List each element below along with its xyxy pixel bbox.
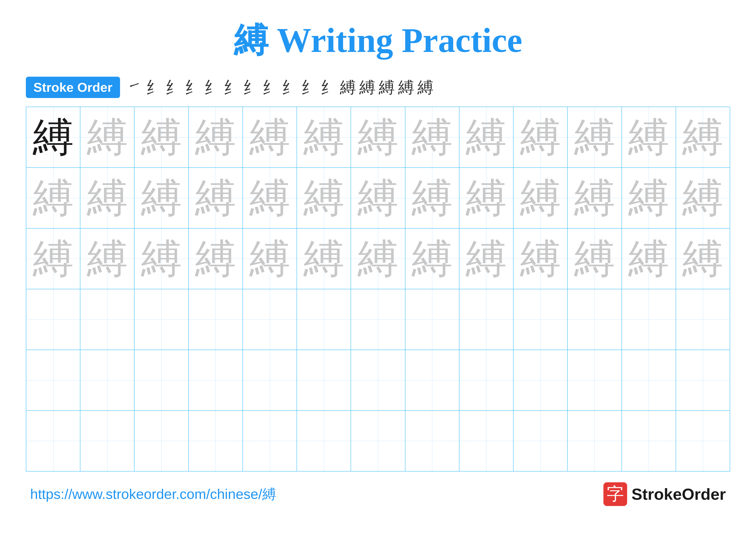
- grid-cell: [622, 350, 676, 410]
- grid-cell: 縛: [26, 229, 80, 289]
- grid-cell: [514, 289, 568, 350]
- grid-cell: [622, 411, 676, 471]
- grid-cell: 縛: [297, 229, 351, 289]
- grid-cell: [134, 350, 189, 410]
- practice-char: 縛: [141, 238, 182, 279]
- grid-cell: 縛: [568, 229, 622, 289]
- grid-cell: 縛: [514, 168, 568, 228]
- grid-cell: [405, 289, 459, 350]
- cell-v-line: [107, 411, 108, 471]
- grid-cell: [80, 411, 134, 471]
- grid-cell: [622, 289, 676, 350]
- page: 縛 Writing Practice Stroke Order ㇀纟纟纟纟纟纟纟…: [0, 0, 756, 534]
- cell-v-line: [161, 411, 162, 471]
- grid-cell: [80, 289, 134, 350]
- practice-char: 縛: [249, 177, 290, 218]
- stroke-step-0: ㇀: [126, 79, 143, 95]
- practice-char: 縛: [574, 117, 615, 158]
- grid-cell: [459, 411, 514, 471]
- stroke-step-1: 纟: [146, 79, 162, 95]
- grid-cell: 縛: [514, 107, 568, 167]
- grid-row-0: 縛縛縛縛縛縛縛縛縛縛縛縛縛: [26, 107, 730, 168]
- cell-v-line: [703, 289, 703, 350]
- cell-v-line: [540, 289, 541, 350]
- grid-cell: [243, 411, 297, 471]
- practice-char: 縛: [574, 177, 615, 218]
- grid-row-2: 縛縛縛縛縛縛縛縛縛縛縛縛縛: [26, 229, 730, 289]
- cell-v-line: [270, 289, 270, 350]
- practice-char: 縛: [304, 177, 344, 218]
- practice-char: 縛: [87, 177, 128, 218]
- grid-cell: [351, 350, 405, 410]
- stroke-step-6: 纟: [243, 79, 259, 95]
- practice-char: 縛: [195, 177, 236, 218]
- stroke-step-10: 纟: [320, 79, 337, 95]
- logo-icon: 字: [604, 482, 627, 506]
- grid-cell: [80, 350, 134, 410]
- footer-logo: 字 StrokeOrder: [604, 482, 726, 506]
- grid-cell: 縛: [297, 168, 351, 228]
- grid-cell: [134, 289, 189, 350]
- grid-cell: 縛: [514, 229, 568, 289]
- cell-v-line: [378, 289, 378, 350]
- grid-row-4: [26, 350, 730, 411]
- footer: https://www.strokeorder.com/chinese/縛 字 …: [26, 482, 730, 506]
- grid-cell: 縛: [243, 168, 297, 228]
- grid-cell: 縛: [676, 229, 730, 289]
- stroke-order-badge: Stroke Order: [26, 77, 120, 98]
- cell-v-line: [703, 411, 703, 471]
- grid-cell: [189, 411, 243, 471]
- grid-cell: 縛: [351, 229, 405, 289]
- page-title: 縛 Writing Practice: [234, 17, 523, 64]
- grid-cell: [568, 289, 622, 350]
- practice-char: 縛: [87, 238, 128, 279]
- grid-cell: 縛: [189, 229, 243, 289]
- cell-v-line: [432, 289, 432, 350]
- cell-v-line: [378, 411, 378, 471]
- grid-cell: 縛: [676, 107, 730, 167]
- grid-cell: 縛: [676, 168, 730, 228]
- grid-cell: [514, 350, 568, 410]
- grid-cell: 縛: [26, 168, 80, 228]
- stroke-step-3: 纟: [185, 79, 201, 95]
- practice-char: 縛: [520, 117, 561, 158]
- grid-cell: 縛: [80, 229, 134, 289]
- logo-text: StrokeOrder: [632, 485, 726, 503]
- grid-cell: 縛: [622, 229, 676, 289]
- cell-v-line: [649, 350, 649, 410]
- grid-cell: [26, 350, 80, 410]
- practice-char: 縛: [682, 238, 723, 279]
- grid-cell: [243, 289, 297, 350]
- grid-cell: [189, 289, 243, 350]
- grid-cell: 縛: [243, 229, 297, 289]
- grid-cell: [459, 350, 514, 410]
- practice-char: 縛: [33, 238, 74, 279]
- grid-cell: 縛: [189, 107, 243, 167]
- grid-cell: 縛: [134, 107, 189, 167]
- footer-url[interactable]: https://www.strokeorder.com/chinese/縛: [30, 485, 276, 504]
- grid-cell: [514, 411, 568, 471]
- practice-char: 縛: [304, 117, 344, 158]
- stroke-step-13: 縛: [379, 79, 395, 95]
- stroke-order-row: Stroke Order ㇀纟纟纟纟纟纟纟纟纟纟縛縛縛縛縛: [26, 77, 730, 98]
- grid-cell: [134, 411, 189, 471]
- grid-cell: [676, 289, 730, 350]
- grid-row-1: 縛縛縛縛縛縛縛縛縛縛縛縛縛: [26, 168, 730, 229]
- grid-cell: [676, 350, 730, 410]
- stroke-step-2: 纟: [165, 79, 181, 95]
- grid-cell: 縛: [134, 229, 189, 289]
- cell-v-line: [161, 289, 162, 350]
- grid-cell: 縛: [622, 107, 676, 167]
- practice-char: 縛: [466, 117, 507, 158]
- cell-v-line: [649, 411, 649, 471]
- grid-cell: 縛: [134, 168, 189, 228]
- grid-cell: 縛: [80, 168, 134, 228]
- cell-v-line: [432, 411, 432, 471]
- practice-grid: 縛縛縛縛縛縛縛縛縛縛縛縛縛縛縛縛縛縛縛縛縛縛縛縛縛縛縛縛縛縛縛縛縛縛縛縛縛縛縛: [26, 107, 730, 471]
- cell-v-line: [270, 350, 270, 410]
- practice-char: 縛: [141, 117, 182, 158]
- practice-char: 縛: [628, 238, 669, 279]
- cell-v-line: [107, 350, 108, 410]
- grid-cell: 縛: [405, 168, 459, 228]
- grid-row-5: [26, 411, 730, 471]
